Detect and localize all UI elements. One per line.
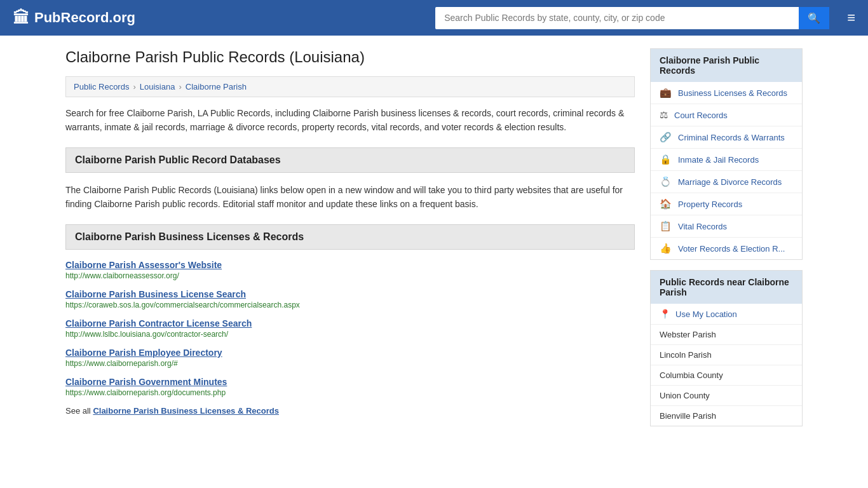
search-input[interactable] [435,7,799,29]
link-employee-url[interactable]: https://www.claiborneparish.org/# [65,359,635,368]
business-icon: 💼 [660,87,672,98]
sidebar-item-court-label: Court Records [674,111,728,120]
court-icon: ⚖ [660,109,668,121]
link-business-license-title[interactable]: Claiborne Parish Business License Search [65,289,635,299]
criminal-icon: 🔗 [660,132,672,143]
record-link-government: Claiborne Parish Government Minutes http… [65,377,635,397]
marriage-icon: 💍 [660,176,672,187]
sidebar-nearby-header: Public Records near Claiborne Parish [651,271,802,304]
link-contractor-title[interactable]: Claiborne Parish Contractor License Sear… [65,318,635,329]
link-government-title[interactable]: Claiborne Parish Government Minutes [65,377,635,387]
sidebar-item-marriage[interactable]: 💍 Marriage & Divorce Records [651,171,802,193]
menu-icon: ≡ [847,10,855,25]
see-all-link[interactable]: Claiborne Parish Business Licenses & Rec… [93,406,279,416]
breadcrumb-public-records[interactable]: Public Records [74,82,129,92]
nearby-lincoln-label: Lincoln Parish [660,350,712,360]
site-header: 🏛 PubRecord.org 🔍 ≡ [0,0,868,36]
link-employee-title[interactable]: Claiborne Parish Employee Directory [65,348,635,358]
nearby-item-columbia[interactable]: Columbia County [651,365,802,386]
nearby-item-union[interactable]: Union County [651,386,802,406]
page-description: Search for free Claiborne Parish, LA Pub… [65,106,635,135]
main-content: Claiborne Parish Public Records (Louisia… [65,48,635,426]
link-assessor-url[interactable]: http://www.claiborneassessor.org/ [65,271,635,280]
sidebar-item-business[interactable]: 💼 Business Licenses & Records [651,82,802,104]
sidebar-item-property[interactable]: 🏠 Property Records [651,193,802,215]
logo-link[interactable]: 🏛 PubRecord.org [13,8,135,28]
voter-icon: 👍 [660,243,672,254]
menu-button[interactable]: ≡ [847,11,855,25]
business-section-header: Claiborne Parish Business Licenses & Rec… [65,224,635,250]
page-title: Claiborne Parish Public Records (Louisia… [65,48,635,66]
sidebar-item-business-label: Business Licenses & Records [678,88,787,98]
sidebar-item-property-label: Property Records [678,200,742,209]
nearby-union-label: Union County [660,391,710,400]
link-business-license-url[interactable]: https://coraweb.sos.la.gov/commercialsea… [65,301,635,309]
sidebar-item-vital-label: Vital Records [678,222,727,231]
property-icon: 🏠 [660,198,672,210]
breadcrumb-sep-2: › [179,82,181,92]
sidebar-item-criminal[interactable]: 🔗 Criminal Records & Warrants [651,126,802,149]
see-all-paragraph: See all Claiborne Parish Business Licens… [65,406,635,416]
breadcrumb-claiborne[interactable]: Claiborne Parish [186,82,247,92]
nearby-item-webster[interactable]: Webster Parish [651,325,802,345]
record-link-employee: Claiborne Parish Employee Directory http… [65,348,635,368]
nearby-bienville-label: Bienville Parish [660,411,716,421]
breadcrumb: Public Records › Louisiana › Claiborne P… [65,76,635,97]
record-link-assessor: Claiborne Parish Assessor's Website http… [65,260,635,280]
nearby-webster-label: Webster Parish [660,330,716,339]
nearby-item-lincoln[interactable]: Lincoln Parish [651,345,802,365]
sidebar-item-inmate[interactable]: 🔒 Inmate & Jail Records [651,149,802,171]
sidebar-records-header: Claiborne Parish Public Records [651,49,802,82]
breadcrumb-louisiana[interactable]: Louisiana [140,82,175,92]
sidebar-item-vital[interactable]: 📋 Vital Records [651,215,802,238]
nearby-item-bienville[interactable]: Bienville Parish [651,406,802,426]
sidebar-nearby-section: Public Records near Claiborne Parish 📍 U… [650,270,803,426]
search-button[interactable]: 🔍 [799,7,829,29]
vital-icon: 📋 [660,220,672,232]
sidebar: Claiborne Parish Public Records 💼 Busine… [650,48,803,426]
record-link-business-license: Claiborne Parish Business License Search… [65,289,635,309]
databases-section-header: Claiborne Parish Public Record Databases [65,147,635,173]
databases-description: The Claiborne Parish Public Records (Lou… [65,183,635,212]
sidebar-records-section: Claiborne Parish Public Records 💼 Busine… [650,48,803,260]
nearby-location-label: Use My Location [675,309,737,319]
sidebar-item-voter-label: Voter Records & Election R... [678,244,785,254]
nearby-columbia-label: Columbia County [660,370,723,380]
content-wrapper: Claiborne Parish Public Records (Louisia… [53,36,815,439]
sidebar-item-voter[interactable]: 👍 Voter Records & Election R... [651,238,802,259]
sidebar-item-criminal-label: Criminal Records & Warrants [678,133,785,142]
search-container: 🔍 [435,7,829,29]
sidebar-item-marriage-label: Marriage & Divorce Records [678,177,782,187]
search-icon: 🔍 [808,13,820,24]
record-link-contractor: Claiborne Parish Contractor License Sear… [65,318,635,339]
link-assessor-title[interactable]: Claiborne Parish Assessor's Website [65,260,635,270]
breadcrumb-sep-1: › [133,82,135,92]
sidebar-item-court[interactable]: ⚖ Court Records [651,104,802,126]
inmate-icon: 🔒 [660,154,672,165]
link-contractor-url[interactable]: http://www.lslbc.louisiana.gov/contracto… [65,330,635,339]
logo-text: PubRecord.org [34,10,135,26]
sidebar-item-inmate-label: Inmate & Jail Records [678,155,759,165]
see-all-label: See all [65,406,91,416]
link-government-url[interactable]: https://www.claiborneparish.org/document… [65,388,635,397]
location-pin-icon: 📍 [660,309,670,319]
logo-icon: 🏛 [13,8,29,28]
nearby-use-location[interactable]: 📍 Use My Location [651,304,802,325]
